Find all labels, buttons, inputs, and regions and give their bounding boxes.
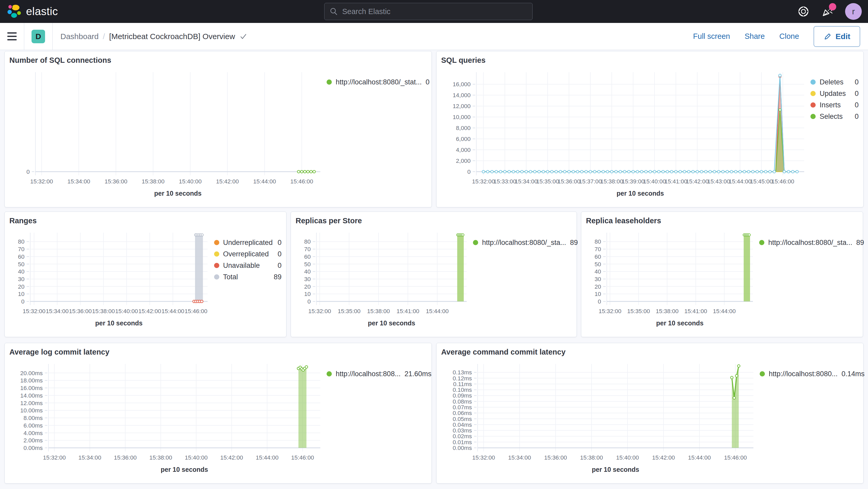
panel-row-3: Average log commit latency15:32:0015:34:…: [4, 343, 864, 484]
svg-text:0.08ms: 0.08ms: [453, 398, 472, 405]
svg-text:15:38:00: 15:38:00: [580, 454, 603, 461]
panel-replica-leaseholders: Replica leaseholders15:32:0015:35:0015:3…: [581, 212, 863, 337]
legend-item[interactable]: Updates0: [810, 88, 859, 99]
svg-text:12,000: 12,000: [453, 103, 471, 110]
legend-item[interactable]: http://localhost:8080/_sta...89: [759, 237, 858, 248]
help-button[interactable]: [797, 5, 810, 18]
panel-sql-connections: Number of SQL connections15:32:0015:34:0…: [4, 51, 432, 207]
legend-item[interactable]: Overreplicated0: [214, 248, 282, 260]
chart-replicas-per-store[interactable]: 15:32:0015:35:0015:38:0015:41:0015:44:00…: [296, 228, 473, 333]
brand-text: elastic: [26, 5, 58, 18]
svg-text:15:42:00: 15:42:00: [652, 454, 675, 461]
panel-replicas-per-store: Replicas per Store15:32:0015:35:0015:38:…: [291, 212, 577, 337]
svg-text:15:34:00: 15:34:00: [515, 178, 538, 185]
panel-title[interactable]: SQL queries: [441, 56, 859, 65]
notification-badge: [829, 3, 836, 10]
svg-text:per 10 seconds: per 10 seconds: [368, 319, 415, 327]
svg-text:0.12ms: 0.12ms: [453, 375, 472, 382]
clone-button[interactable]: Clone: [779, 32, 799, 41]
elastic-logo[interactable]: elastic: [7, 4, 58, 19]
chart-avg-command-commit-latency[interactable]: 15:32:0015:34:0015:36:0015:38:0015:40:00…: [441, 359, 760, 479]
panel-title[interactable]: Replicas per Store: [296, 216, 572, 225]
legend-item[interactable]: http://localhost:8080/_sta...89: [473, 237, 572, 248]
chart-sql-connections[interactable]: 15:32:0015:34:0015:36:0015:38:0015:40:00…: [9, 67, 327, 203]
svg-text:15:41:00: 15:41:00: [664, 178, 687, 185]
svg-text:15:40:00: 15:40:00: [616, 454, 639, 461]
svg-text:15:32:00: 15:32:00: [23, 308, 45, 314]
chart-replica-leaseholders[interactable]: 15:32:0015:35:0015:38:0015:41:0015:44:00…: [586, 228, 759, 333]
legend-series-value: 89: [856, 239, 864, 247]
legend-series-label: Deletes: [819, 78, 843, 86]
svg-text:per 10 seconds: per 10 seconds: [154, 190, 202, 197]
svg-text:15:42:00: 15:42:00: [216, 178, 239, 185]
panel-title[interactable]: Replica leaseholders: [586, 216, 858, 225]
svg-text:15:36:00: 15:36:00: [114, 454, 137, 461]
svg-text:14,000: 14,000: [453, 92, 471, 98]
legend-item[interactable]: http://localhost:8080...0.14ms: [760, 368, 859, 379]
legend-replica-leaseholders: http://localhost:8080/_sta...89: [759, 228, 858, 333]
panel-title[interactable]: Ranges: [9, 216, 281, 225]
svg-text:15:46:00: 15:46:00: [291, 454, 314, 461]
svg-text:15:35:00: 15:35:00: [338, 308, 361, 314]
breadcrumb-dashboard-link[interactable]: Dashboard: [60, 32, 99, 41]
svg-text:8,000: 8,000: [456, 125, 471, 131]
menu-cell[interactable]: [0, 23, 24, 50]
svg-text:6.00ms: 6.00ms: [24, 422, 43, 429]
svg-text:4,000: 4,000: [456, 147, 471, 153]
share-button[interactable]: Share: [745, 32, 765, 41]
user-avatar[interactable]: r: [845, 3, 862, 20]
svg-text:15:34:00: 15:34:00: [67, 178, 90, 185]
newsfeed-button[interactable]: [821, 5, 834, 18]
svg-text:70: 70: [594, 246, 601, 252]
svg-text:16.00ms: 16.00ms: [20, 385, 43, 391]
edit-button[interactable]: Edit: [813, 26, 860, 47]
legend-sql-connections: http://localhost:8080/_stat...0: [327, 67, 427, 203]
svg-text:15:38:00: 15:38:00: [142, 178, 164, 185]
legend-series-value: 0: [278, 262, 281, 270]
svg-text:15:34:00: 15:34:00: [79, 454, 101, 461]
legend-series-label: Unavailable: [223, 262, 260, 270]
svg-text:15:33:00: 15:33:00: [494, 178, 517, 185]
svg-text:60: 60: [594, 253, 601, 260]
legend-item[interactable]: Inserts0: [810, 99, 859, 111]
panel-title[interactable]: Average command commit latency: [441, 348, 859, 357]
svg-text:15:36:00: 15:36:00: [104, 178, 127, 185]
legend-series-dot: [810, 102, 816, 108]
svg-text:40: 40: [594, 268, 601, 275]
svg-text:30: 30: [304, 276, 311, 282]
panel-title[interactable]: Number of SQL connections: [9, 56, 427, 65]
chart-avg-log-commit-latency[interactable]: 15:32:0015:34:0015:36:0015:38:0015:40:00…: [9, 359, 327, 479]
chart-sql-queries[interactable]: 15:32:0015:33:0015:34:0015:35:0015:36:00…: [441, 67, 810, 203]
legend-item[interactable]: Underreplicated0: [214, 237, 282, 248]
dashboard-app-badge: D: [32, 30, 45, 43]
page-title[interactable]: [Metricbeat CockroachDB] Overview: [109, 32, 235, 41]
checkmark-icon[interactable]: [239, 33, 247, 40]
legend-item[interactable]: Total89: [214, 271, 282, 283]
legend-avg-command-commit-latency: http://localhost:8080...0.14ms: [760, 359, 859, 479]
svg-text:15:44:00: 15:44:00: [161, 308, 184, 314]
panel-ranges: Ranges15:32:0015:34:0015:36:0015:38:0015…: [4, 212, 286, 337]
svg-text:15:38:00: 15:38:00: [600, 178, 623, 185]
legend-series-label: Total: [223, 273, 238, 281]
svg-text:15:43:00: 15:43:00: [707, 178, 730, 185]
legend-series-dot: [327, 80, 332, 85]
svg-text:15:34:00: 15:34:00: [508, 454, 531, 461]
svg-text:15:44:00: 15:44:00: [253, 178, 276, 185]
legend-item[interactable]: Selects0: [810, 111, 859, 122]
global-search[interactable]: [324, 3, 533, 20]
svg-text:60: 60: [304, 253, 311, 260]
svg-text:15:41:00: 15:41:00: [684, 308, 707, 314]
panel-title[interactable]: Average log commit latency: [9, 348, 427, 357]
legend-item[interactable]: http://localhost:8080/_stat...0: [327, 77, 427, 88]
legend-series-dot: [760, 371, 765, 376]
chart-ranges[interactable]: 15:32:0015:34:0015:36:0015:38:0015:40:00…: [9, 228, 214, 333]
legend-item[interactable]: Unavailable0: [214, 260, 282, 271]
svg-text:10: 10: [594, 291, 601, 297]
hamburger-menu-icon[interactable]: [7, 32, 17, 40]
svg-text:50: 50: [18, 261, 25, 268]
search-input[interactable]: [342, 7, 527, 16]
svg-text:20: 20: [18, 283, 25, 290]
legend-item[interactable]: http://localhost:808...21.60ms: [327, 368, 427, 379]
legend-item[interactable]: Deletes0: [810, 77, 859, 88]
full-screen-button[interactable]: Full screen: [693, 32, 730, 41]
